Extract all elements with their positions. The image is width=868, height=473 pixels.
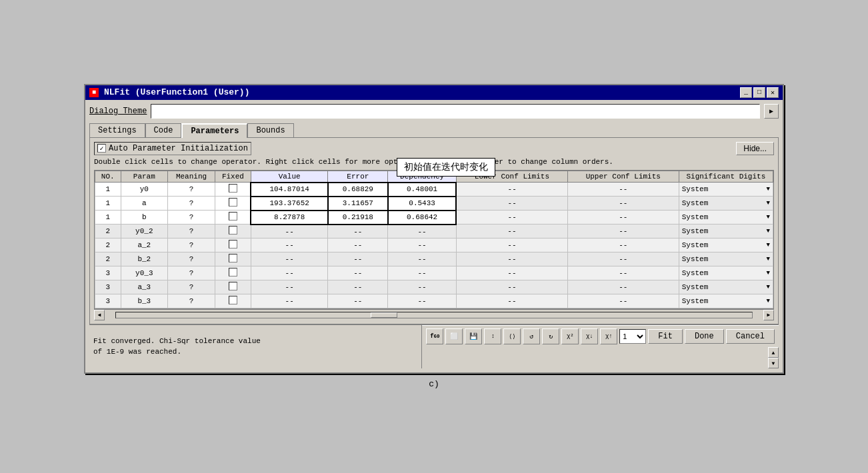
scroll-thumb[interactable] [371, 312, 397, 318]
table-row-param[interactable]: b_2 [121, 252, 168, 266]
toolbar-chi2-button[interactable]: χ² [561, 328, 579, 344]
close-button[interactable]: ✕ [767, 87, 779, 98]
table-row-digits[interactable]: System ▼ [679, 225, 773, 238]
table-row-fixed[interactable] [215, 197, 251, 211]
table-row-lower[interactable]: -- [456, 266, 567, 280]
table-row-digits[interactable]: System ▼ [679, 238, 773, 252]
table-row-error[interactable]: -- [328, 252, 388, 266]
table-row-upper[interactable]: -- [567, 197, 679, 211]
table-row-meaning[interactable]: ? [168, 197, 215, 211]
table-row-lower[interactable]: -- [456, 183, 567, 197]
table-row-error[interactable]: -- [328, 266, 388, 280]
table-row-meaning[interactable]: ? [168, 211, 215, 225]
table-row-upper[interactable]: -- [567, 266, 679, 280]
horizontal-scrollbar[interactable]: ◀ ▶ [94, 309, 774, 320]
toolbar-save-button[interactable]: 💾 [465, 328, 482, 344]
table-row-meaning[interactable]: ? [168, 294, 215, 308]
col-header-fixed[interactable]: Fixed [215, 171, 251, 183]
table-row-digits[interactable]: System ▼ [679, 211, 773, 225]
done-button[interactable]: Done [685, 329, 724, 344]
table-row-upper[interactable]: -- [567, 252, 679, 266]
table-row-fixed[interactable] [215, 294, 251, 308]
table-row-param[interactable]: b_3 [121, 294, 168, 308]
tab-parameters[interactable]: Parameters [181, 123, 247, 138]
table-row-error[interactable]: -- [328, 294, 388, 308]
table-row-error[interactable]: 0.21918 [328, 211, 388, 225]
col-header-no[interactable]: NO. [95, 171, 121, 183]
table-row-param[interactable]: y0 [121, 183, 168, 197]
table-row-lower[interactable]: -- [456, 225, 567, 238]
table-row-fixed[interactable] [215, 266, 251, 280]
table-row-dependency[interactable]: -- [388, 238, 457, 252]
table-row-digits[interactable]: System ▼ [679, 197, 773, 211]
table-row-digits[interactable]: System ▼ [679, 252, 773, 266]
table-row-lower[interactable]: -- [456, 197, 567, 211]
auto-param-checkbox-label[interactable]: Auto Parameter Initialization [94, 142, 251, 155]
table-row-meaning[interactable]: ? [168, 266, 215, 280]
table-row-param[interactable]: y0_3 [121, 266, 168, 280]
auto-param-checkbox[interactable] [97, 144, 106, 153]
col-header-value[interactable]: Value [251, 171, 328, 183]
table-row-param[interactable]: b [121, 211, 168, 225]
table-row-digits[interactable]: System ▼ [679, 280, 773, 294]
table-row-dependency[interactable]: 0.48001 [388, 183, 457, 197]
table-row-dependency[interactable]: -- [388, 225, 457, 238]
table-row-meaning[interactable]: ? [168, 238, 215, 252]
table-row-error[interactable]: -- [328, 280, 388, 294]
scroll-down-button[interactable]: ▼ [768, 358, 779, 368]
table-row-error[interactable]: 3.11657 [328, 197, 388, 211]
fit-button[interactable]: Fit [648, 329, 683, 344]
scroll-right-button[interactable]: ▶ [763, 310, 774, 320]
col-header-upper[interactable]: Upper Conf Limits [567, 171, 679, 183]
table-row-fixed[interactable] [215, 238, 251, 252]
table-row-upper[interactable]: -- [567, 211, 679, 225]
col-header-meaning[interactable]: Meaning [168, 171, 215, 183]
col-header-error[interactable]: Error [328, 171, 388, 183]
table-row-param[interactable]: y0_2 [121, 225, 168, 238]
table-row-error[interactable]: -- [328, 238, 388, 252]
table-row-fixed[interactable] [215, 211, 251, 225]
toolbar-undo-button[interactable]: ↺ [523, 328, 540, 344]
dialog-theme-input[interactable] [151, 104, 760, 119]
table-row-fixed[interactable] [215, 252, 251, 266]
col-header-digits[interactable]: Significant Digits [679, 171, 773, 183]
table-row-upper[interactable]: -- [567, 280, 679, 294]
table-row-digits[interactable]: System ▼ [679, 266, 773, 280]
table-row-digits[interactable]: System ▼ [679, 294, 773, 308]
table-row-dependency[interactable]: 0.68642 [388, 211, 457, 225]
table-row-lower[interactable]: -- [456, 280, 567, 294]
table-row-value[interactable]: -- [251, 294, 328, 308]
scroll-up-button[interactable]: ▲ [768, 347, 779, 358]
table-row-meaning[interactable]: ? [168, 183, 215, 197]
table-row-value[interactable]: 8.27878 [251, 211, 328, 225]
table-row-dependency[interactable]: 0.5433 [388, 197, 457, 211]
toolbar-chi-down-button[interactable]: χ↓ [581, 328, 598, 344]
table-row-fixed[interactable] [215, 280, 251, 294]
table-row-meaning[interactable]: ? [168, 252, 215, 266]
scroll-track[interactable] [115, 312, 753, 318]
scroll-left-button[interactable]: ◀ [94, 310, 105, 320]
toolbar-redo-button[interactable]: ↻ [542, 328, 559, 344]
table-row-upper[interactable]: -- [567, 238, 679, 252]
table-row-digits[interactable]: System ▼ [679, 183, 773, 197]
table-row-fixed[interactable] [215, 183, 251, 197]
table-row-value[interactable]: 193.37652 [251, 197, 328, 211]
table-row-dependency[interactable]: -- [388, 252, 457, 266]
table-row-upper[interactable]: -- [567, 183, 679, 197]
dialog-theme-arrow-button[interactable]: ▶ [764, 104, 779, 119]
table-row-fixed[interactable] [215, 225, 251, 238]
table-row-meaning[interactable]: ? [168, 225, 215, 238]
table-row-value[interactable]: -- [251, 238, 328, 252]
cancel-button[interactable]: Cancel [726, 329, 775, 344]
toolbar-copy-button[interactable]: ⬜ [445, 328, 463, 344]
table-row-lower[interactable]: -- [456, 238, 567, 252]
table-row-value[interactable]: -- [251, 266, 328, 280]
table-row-value[interactable]: -- [251, 280, 328, 294]
minimize-button[interactable]: _ [740, 87, 752, 98]
toolbar-sort-button[interactable]: ↕ [484, 328, 501, 344]
toolbar-chi-up-button[interactable]: χ↑ [600, 328, 617, 344]
tab-bounds[interactable]: Bounds [247, 123, 293, 138]
hide-button[interactable]: Hide... [736, 142, 774, 155]
table-row-lower[interactable]: -- [456, 294, 567, 308]
tab-code[interactable]: Code [145, 123, 182, 138]
